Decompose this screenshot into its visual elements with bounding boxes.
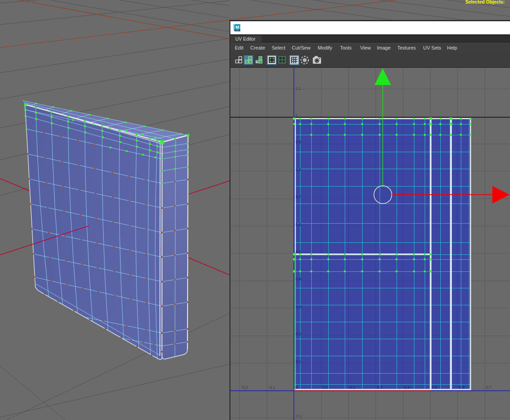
svg-text:1.1: 1.1 (295, 86, 301, 91)
svg-text:1: 1 (295, 113, 297, 117)
svg-text:0.7: 0.7 (486, 385, 492, 390)
svg-text:UV Sets: UV Sets (423, 45, 442, 50)
svg-text:Tools: Tools (340, 45, 352, 50)
svg-text:-0.1: -0.1 (268, 385, 275, 390)
svg-text:Selected Objects:: Selected Objects: (465, 0, 505, 4)
svg-text:Modify: Modify (318, 45, 333, 50)
svg-text:0.8: 0.8 (296, 167, 301, 172)
svg-text:0.4: 0.4 (404, 385, 410, 390)
svg-text:0.4: 0.4 (296, 277, 301, 281)
svg-text:Edit: Edit (235, 45, 243, 50)
svg-text:0.7: 0.7 (296, 195, 301, 199)
svg-text:Cut/Sew: Cut/Sew (292, 45, 311, 50)
svg-text:2023: 2023 (236, 29, 239, 31)
svg-text:M: M (236, 25, 239, 29)
svg-text:0.2: 0.2 (296, 332, 301, 336)
svg-text:UV Editor: UV Editor (235, 36, 255, 42)
svg-text:0.1: 0.1 (296, 359, 301, 364)
svg-text:Help: Help (447, 45, 457, 50)
svg-text:0.6: 0.6 (459, 385, 464, 390)
svg-text:Image: Image (377, 45, 391, 50)
svg-text:-0.1: -0.1 (295, 414, 302, 418)
svg-text:0.3: 0.3 (296, 304, 301, 309)
svg-text:0.6: 0.6 (296, 222, 301, 227)
svg-text:0.2: 0.2 (350, 385, 355, 390)
svg-text:0.5: 0.5 (296, 250, 301, 254)
svg-text:View: View (360, 45, 371, 50)
svg-text:0: 0 (296, 385, 298, 390)
svg-text:-0.2: -0.2 (241, 385, 248, 390)
svg-text:0.3: 0.3 (377, 385, 382, 390)
svg-text:Select: Select (272, 45, 286, 50)
svg-text:Textures: Textures (397, 45, 416, 50)
svg-text:Create: Create (251, 45, 265, 50)
svg-text:0.1: 0.1 (322, 385, 328, 390)
svg-text:0.9: 0.9 (296, 140, 301, 144)
svg-text:0.5: 0.5 (432, 385, 437, 390)
